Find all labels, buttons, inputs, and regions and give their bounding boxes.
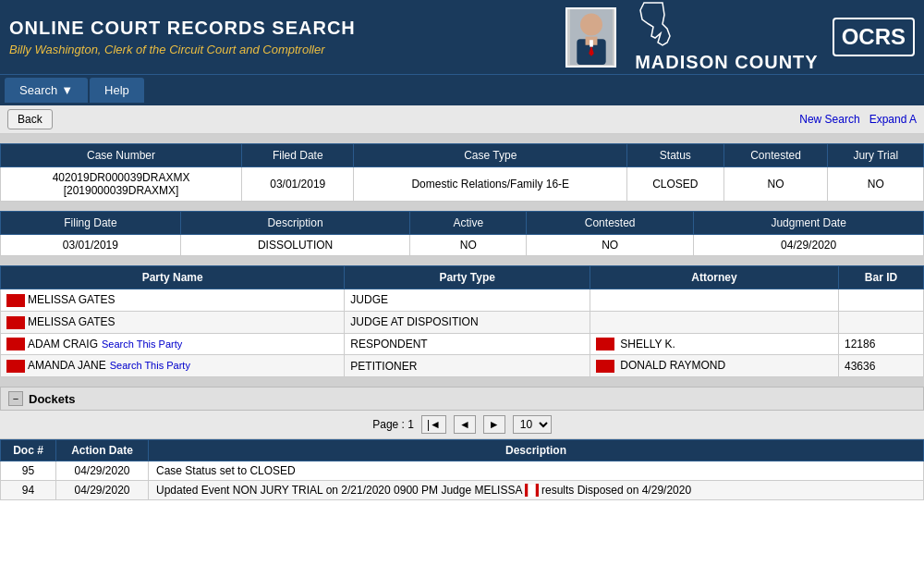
- table-row: 402019DR000039DRAXMX [2019000039DRAXMX] …: [1, 167, 924, 202]
- dockets-table: Doc # Action Date Description 9504/29/20…: [0, 439, 924, 500]
- party-type-cell: RESPONDENT: [345, 333, 590, 355]
- col-judgment-date: Judgment Date: [694, 212, 924, 235]
- party-name-cell: MELISSA GATES: [1, 311, 345, 333]
- ocrs-logo: OCRS: [833, 18, 915, 56]
- toolbar: Back New Search Expand A: [0, 105, 924, 134]
- doc-cell: 94: [1, 481, 56, 500]
- party-type-cell: JUDGE: [345, 289, 590, 312]
- table-row: ADAM CRAIGSearch This PartyRESPONDENT SH…: [1, 333, 924, 355]
- attorney-cell: DONALD RAYMOND: [590, 355, 839, 377]
- table-row: MELISSA GATESJUDGE AT DISPOSITION: [1, 311, 924, 333]
- doc-cell: 95: [1, 461, 56, 481]
- table-row: 9504/29/2020Case Status set to CLOSED: [1, 461, 924, 481]
- col-doc: Doc #: [1, 440, 56, 461]
- attorney-badge: [596, 360, 614, 373]
- judgment-date-cell: 04/29/2020: [694, 235, 924, 256]
- attorney-cell: [590, 311, 839, 333]
- col-filing-contested: Contested: [527, 212, 694, 235]
- bar-id-cell: [839, 289, 924, 312]
- svg-rect-5: [590, 40, 593, 46]
- back-button[interactable]: Back: [7, 109, 53, 129]
- col-contested: Contested: [723, 144, 828, 167]
- red-badge: [6, 316, 25, 329]
- col-case-number: Case Number: [1, 144, 242, 167]
- filing-table: Filing Date Description Active Contested…: [0, 211, 924, 256]
- col-description: Description: [180, 212, 410, 235]
- case-type-cell: Domestic Relations/Family 16-E: [354, 167, 627, 202]
- dockets-header: − Dockets: [0, 387, 924, 411]
- attorney-badge: [596, 338, 614, 350]
- app-title: ONLINE COURT RECORDS SEARCH: [9, 18, 547, 39]
- status-cell: CLOSED: [627, 167, 724, 202]
- search-this-party-link[interactable]: Search This Party: [110, 360, 190, 371]
- page-label: Page : 1: [372, 418, 414, 431]
- svg-point-1: [580, 14, 602, 36]
- pagination-row: Page : 1 |◄ ◄ ► 10 25 50: [0, 411, 924, 439]
- jury-trial-cell: NO: [828, 167, 924, 202]
- nav-help[interactable]: Help: [90, 78, 144, 103]
- nav-search[interactable]: Search ▼: [5, 78, 88, 103]
- filing-active-cell: NO: [410, 235, 527, 256]
- col-action-date: Action Date: [56, 440, 149, 461]
- party-type-cell: PETITIONER: [345, 355, 590, 377]
- next-page-button[interactable]: ►: [483, 415, 505, 434]
- dockets-label: Dockets: [29, 392, 76, 406]
- collapse-button[interactable]: −: [8, 391, 23, 406]
- filing-date-cell: 03/01/2019: [1, 235, 181, 256]
- header-left: ONLINE COURT RECORDS SEARCH Billy Washin…: [9, 18, 547, 56]
- col-desc: Description: [149, 440, 924, 461]
- dropdown-arrow-icon: ▼: [61, 83, 73, 97]
- description-cell: Updated Event NON JURY TRIAL on 2/21/202…: [149, 481, 924, 500]
- filing-desc-cell: DISSOLUTION: [180, 235, 410, 256]
- prev-page-button[interactable]: ◄: [454, 415, 476, 434]
- bar-id-cell: 43636: [839, 355, 924, 377]
- party-type-cell: JUDGE AT DISPOSITION: [345, 311, 590, 333]
- redacted-icon: █: [525, 484, 539, 497]
- col-attorney: Attorney: [590, 266, 839, 289]
- filed-date-cell: 03/01/2019: [242, 167, 354, 202]
- col-status: Status: [627, 144, 724, 167]
- party-table: Party Name Party Type Attorney Bar ID ME…: [0, 265, 924, 377]
- page-header: ONLINE COURT RECORDS SEARCH Billy Washin…: [0, 0, 924, 74]
- clerk-subtitle: Billy Washington, Clerk of the Circuit C…: [9, 43, 547, 56]
- filing-contested-cell: NO: [527, 235, 694, 256]
- col-bar-id: Bar ID: [839, 266, 924, 289]
- col-filed-date: Filed Date: [242, 144, 354, 167]
- party-name-cell: ADAM CRAIGSearch This Party: [1, 333, 345, 355]
- red-badge: [6, 360, 25, 373]
- col-party-type: Party Type: [345, 266, 590, 289]
- expand-link[interactable]: Expand A: [869, 113, 917, 126]
- bar-id-cell: [839, 311, 924, 333]
- table-row: 03/01/2019 DISSOLUTION NO NO 04/29/2020: [1, 235, 924, 256]
- col-jury-trial: Jury Trial: [828, 144, 924, 167]
- attorney-cell: [590, 289, 839, 312]
- action-date-cell: 04/29/2020: [56, 481, 149, 500]
- nav-bar: Search ▼ Help: [0, 74, 924, 105]
- toolbar-links: New Search Expand A: [799, 113, 917, 126]
- col-case-type: Case Type: [354, 144, 627, 167]
- col-party-name: Party Name: [1, 266, 345, 289]
- bar-id-cell: 12186: [839, 333, 924, 355]
- new-search-link[interactable]: New Search: [799, 113, 859, 126]
- party-name-cell: AMANDA JANESearch This Party: [1, 355, 345, 377]
- case-number-cell: 402019DR000039DRAXMX [2019000039DRAXMX]: [1, 167, 242, 202]
- col-active: Active: [410, 212, 527, 235]
- action-date-cell: 04/29/2020: [56, 461, 149, 481]
- county-name: MADISON COUNTY: [635, 1, 818, 73]
- red-badge: [6, 294, 25, 307]
- party-name-cell: MELISSA GATES: [1, 289, 345, 312]
- first-page-button[interactable]: |◄: [421, 415, 446, 434]
- description-cell: Case Status set to CLOSED: [149, 461, 924, 481]
- attorney-cell: SHELLY K.: [590, 333, 839, 355]
- header-right: MADISON COUNTY OCRS: [635, 1, 915, 73]
- col-filing-date: Filing Date: [1, 212, 181, 235]
- table-row: MELISSA GATESJUDGE: [1, 289, 924, 312]
- contested-cell: NO: [723, 167, 828, 202]
- per-page-select[interactable]: 10 25 50: [513, 415, 552, 434]
- table-row: AMANDA JANESearch This PartyPETITIONER D…: [1, 355, 924, 377]
- case-table: Case Number Filed Date Case Type Status …: [0, 143, 924, 202]
- clerk-photo: [565, 7, 616, 68]
- search-this-party-link[interactable]: Search This Party: [102, 338, 182, 350]
- red-badge: [6, 338, 25, 350]
- table-row: 9404/29/2020Updated Event NON JURY TRIAL…: [1, 481, 924, 500]
